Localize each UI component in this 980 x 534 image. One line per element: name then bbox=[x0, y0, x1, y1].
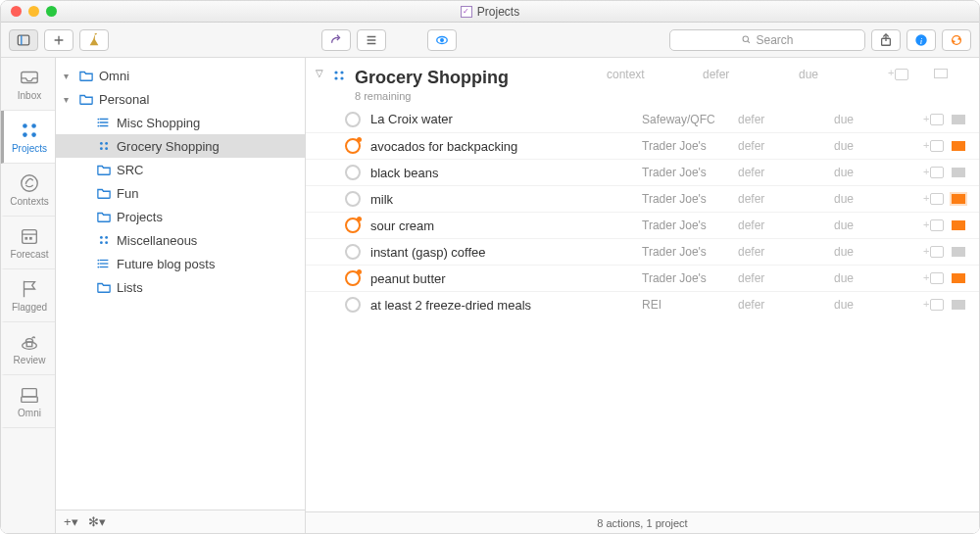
chevron-icon[interactable]: ▾ bbox=[64, 94, 74, 105]
flag-icon[interactable] bbox=[952, 194, 965, 204]
flag-icon[interactable] bbox=[952, 247, 965, 257]
task-defer[interactable]: defer bbox=[738, 298, 808, 312]
task-row[interactable]: La Croix waterSafeway/QFCdeferdue bbox=[306, 106, 979, 132]
task-context[interactable]: Trader Joe's bbox=[642, 271, 712, 285]
tree-row[interactable]: ▾Omni bbox=[56, 64, 305, 87]
task-title: avocados for backpacking bbox=[370, 139, 517, 154]
project-title[interactable]: Grocery Shopping bbox=[355, 68, 509, 88]
task-context[interactable]: Trader Joe's bbox=[642, 192, 712, 206]
inspector-button[interactable]: i bbox=[906, 29, 936, 51]
cleanup-button[interactable] bbox=[79, 29, 109, 51]
task-checkbox[interactable] bbox=[345, 138, 361, 154]
note-icon[interactable] bbox=[930, 299, 944, 311]
task-row[interactable]: black beansTrader Joe'sdeferdue bbox=[306, 159, 979, 185]
task-row[interactable]: sour creamTrader Joe'sdeferdue bbox=[306, 212, 979, 238]
task-context[interactable]: Trader Joe's bbox=[642, 218, 712, 232]
svg-point-17 bbox=[31, 123, 36, 128]
flag-icon[interactable] bbox=[952, 141, 965, 151]
task-checkbox[interactable] bbox=[345, 112, 361, 127]
task-due[interactable]: due bbox=[834, 139, 905, 153]
task-row[interactable]: avocados for backpackingTrader Joe'sdefe… bbox=[306, 132, 979, 159]
flag-icon[interactable] bbox=[952, 115, 965, 124]
task-due[interactable]: due bbox=[834, 245, 905, 259]
quick-entry-button[interactable] bbox=[321, 29, 351, 51]
task-row[interactable]: instant (gasp) coffeeTrader Joe'sdeferdu… bbox=[306, 238, 979, 265]
task-row[interactable]: peanut butterTrader Joe'sdeferdue bbox=[306, 265, 979, 291]
task-checkbox[interactable] bbox=[345, 165, 361, 180]
task-context[interactable]: Trader Joe's bbox=[642, 166, 712, 179]
tree-row[interactable]: ▾Personal bbox=[56, 87, 305, 111]
task-context[interactable]: Trader Joe's bbox=[642, 139, 712, 153]
view-options-button[interactable] bbox=[357, 29, 386, 51]
arrow-forward-icon bbox=[329, 33, 343, 47]
note-icon[interactable] bbox=[930, 272, 944, 284]
tree-row[interactable]: Projects bbox=[56, 205, 305, 228]
note-icon[interactable] bbox=[930, 114, 944, 125]
note-icon[interactable] bbox=[930, 140, 944, 152]
task-due[interactable]: due bbox=[834, 271, 905, 285]
flag-icon[interactable] bbox=[952, 300, 965, 310]
tree-kind-icon bbox=[97, 280, 111, 294]
tree-row[interactable]: Grocery Shopping bbox=[56, 134, 305, 158]
task-context[interactable]: REI bbox=[642, 298, 712, 312]
rail-forecast[interactable]: Forecast bbox=[1, 217, 55, 269]
rail-inbox[interactable]: Inbox bbox=[1, 58, 55, 111]
tree-row[interactable]: SRC bbox=[56, 158, 305, 181]
outline-footer: +▾ ✻▾ bbox=[56, 510, 305, 533]
view-toggle-button[interactable] bbox=[427, 29, 457, 51]
svg-point-34 bbox=[97, 121, 99, 123]
note-icon[interactable] bbox=[930, 219, 944, 231]
tree-row[interactable]: Lists bbox=[56, 275, 305, 299]
task-defer[interactable]: defer bbox=[738, 139, 808, 153]
task-defer[interactable]: defer bbox=[738, 192, 808, 206]
svg-rect-28 bbox=[22, 397, 38, 403]
tree-row[interactable]: Miscellaneous bbox=[56, 228, 305, 252]
tree-row[interactable]: Fun bbox=[56, 181, 305, 205]
task-checkbox[interactable] bbox=[345, 244, 361, 260]
task-checkbox[interactable] bbox=[345, 270, 361, 286]
note-icon[interactable] bbox=[930, 193, 944, 205]
task-due[interactable]: due bbox=[834, 192, 905, 206]
add-project-button[interactable]: +▾ bbox=[64, 514, 78, 529]
task-defer[interactable]: defer bbox=[738, 218, 808, 232]
flag-icon[interactable] bbox=[952, 168, 965, 177]
rail-flagged[interactable]: Flagged bbox=[1, 269, 55, 322]
task-due[interactable]: due bbox=[834, 298, 905, 312]
tree-row[interactable]: Misc Shopping bbox=[56, 111, 305, 134]
flag-icon[interactable] bbox=[952, 273, 965, 283]
task-due[interactable]: due bbox=[834, 113, 905, 126]
task-checkbox[interactable] bbox=[345, 297, 361, 313]
task-row[interactable]: milkTrader Joe'sdeferdue bbox=[306, 185, 979, 212]
search-icon bbox=[741, 34, 752, 45]
svg-point-26 bbox=[23, 342, 37, 349]
share-button[interactable] bbox=[871, 29, 901, 51]
project-tree[interactable]: ▾Omni▾PersonalMisc ShoppingGrocery Shopp… bbox=[56, 58, 305, 510]
gear-menu-button[interactable]: ✻▾ bbox=[88, 514, 106, 529]
task-defer[interactable]: defer bbox=[738, 166, 808, 179]
toggle-sidebar-button[interactable] bbox=[9, 29, 38, 51]
rail-contexts[interactable]: Contexts bbox=[1, 164, 55, 217]
search-input[interactable]: Search bbox=[669, 29, 865, 51]
chevron-icon[interactable]: ▾ bbox=[64, 71, 74, 81]
task-context[interactable]: Safeway/QFC bbox=[642, 113, 712, 126]
disclosure-icon[interactable]: ▽ bbox=[316, 68, 323, 78]
task-context[interactable]: Trader Joe's bbox=[642, 245, 712, 259]
task-due[interactable]: due bbox=[834, 166, 905, 179]
note-icon[interactable] bbox=[930, 246, 944, 258]
task-checkbox[interactable] bbox=[345, 191, 361, 207]
task-row[interactable]: at least 2 freeze-dried mealsREIdeferdue bbox=[306, 291, 979, 317]
rail-review[interactable]: Review bbox=[1, 322, 55, 375]
add-button[interactable] bbox=[44, 29, 74, 51]
tree-row[interactable]: Future blog posts bbox=[56, 252, 305, 275]
flag-icon[interactable] bbox=[952, 220, 965, 230]
task-defer[interactable]: defer bbox=[738, 113, 808, 126]
sync-button[interactable] bbox=[942, 29, 971, 51]
task-checkbox[interactable] bbox=[345, 218, 361, 233]
task-title: instant (gasp) coffee bbox=[370, 245, 486, 260]
rail-omni[interactable]: Omni bbox=[1, 375, 55, 428]
task-defer[interactable]: defer bbox=[738, 271, 808, 285]
task-due[interactable]: due bbox=[834, 218, 905, 232]
note-icon[interactable] bbox=[930, 167, 944, 178]
task-defer[interactable]: defer bbox=[738, 245, 808, 259]
rail-projects[interactable]: Projects bbox=[1, 111, 55, 164]
